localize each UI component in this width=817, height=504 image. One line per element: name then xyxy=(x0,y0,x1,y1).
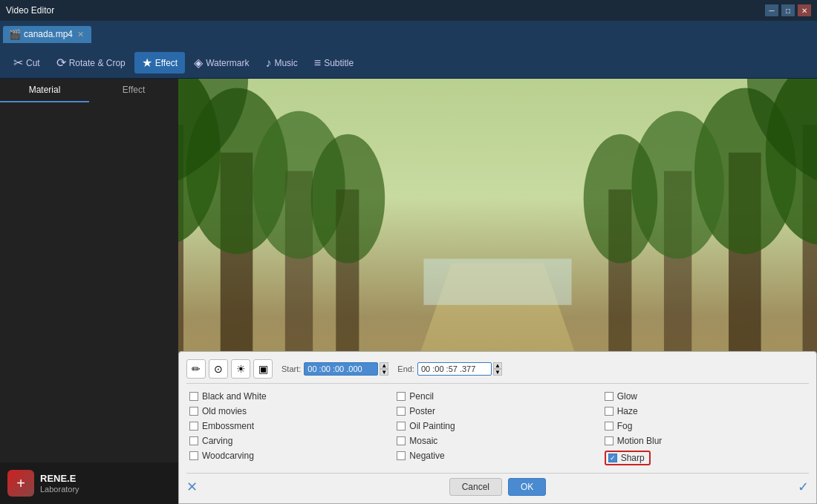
ep-x-icon[interactable]: ✕ xyxy=(186,479,198,495)
effect-sharp[interactable]: Sharp xyxy=(602,449,809,467)
effect-checkbox-embossment[interactable] xyxy=(189,422,198,431)
window-controls: ─ □ ✕ xyxy=(765,4,811,16)
ep-end-time-container: ▲ ▼ xyxy=(417,362,502,376)
logo-icon: + xyxy=(7,470,34,497)
effect-col-1: Black and White Old movies Embossment xyxy=(186,390,394,467)
toolbar-watermark[interactable]: ◈ Watermark xyxy=(186,52,256,73)
effect-checkbox-carving[interactable] xyxy=(189,436,198,445)
effect-black-white[interactable]: Black and White xyxy=(186,390,394,403)
toolbar-effect[interactable]: ★ Effect xyxy=(134,52,185,73)
effect-woodcarving[interactable]: Woodcarving xyxy=(186,449,394,462)
logo-name: RENE.E xyxy=(40,473,79,485)
sidebar-tab-effect[interactable]: Effect xyxy=(89,79,178,102)
close-button[interactable]: ✕ xyxy=(798,4,811,16)
effect-checkbox-pencil[interactable] xyxy=(397,392,406,401)
effect-haze[interactable]: Haze xyxy=(602,405,809,418)
toolbar-cut-label: Cut xyxy=(26,58,40,68)
maximize-button[interactable]: □ xyxy=(781,4,795,16)
ep-end-up[interactable]: ▲ xyxy=(493,362,502,369)
effect-label-carving: Carving xyxy=(202,436,232,446)
content-area: Material Effect + RENE.E Laboratory xyxy=(0,79,817,504)
effect-label-black-white: Black and White xyxy=(202,391,267,402)
effect-checkbox-old-movies[interactable] xyxy=(189,407,198,416)
effect-oil-painting[interactable]: Oil Painting xyxy=(394,419,601,433)
effect-checkbox-haze[interactable] xyxy=(605,407,613,416)
toolbar-subtitle[interactable]: ≡ Subtitle xyxy=(307,53,361,73)
effect-checkbox-mosaic[interactable] xyxy=(397,436,406,445)
effect-checkbox-oil-painting[interactable] xyxy=(397,422,406,431)
sidebar: Material Effect + RENE.E Laboratory xyxy=(0,79,178,504)
ep-brightness-btn[interactable]: ☀ xyxy=(231,359,250,379)
tab-canada[interactable]: 🎬 canada.mp4 ✕ xyxy=(3,26,91,43)
effect-fog[interactable]: Fog xyxy=(602,419,809,433)
ep-start-up[interactable]: ▲ xyxy=(380,362,388,369)
ep-end-down[interactable]: ▼ xyxy=(493,369,502,376)
cut-icon: ✂ xyxy=(13,56,23,70)
effect-checkbox-negative[interactable] xyxy=(397,451,406,460)
toolbar-subtitle-label: Subtitle xyxy=(324,58,354,68)
tab-icon: 🎬 xyxy=(9,29,21,40)
title-bar: Video Editor ─ □ ✕ xyxy=(0,0,817,21)
effect-label-oil-painting: Oil Painting xyxy=(409,421,455,431)
effect-embossment[interactable]: Embossment xyxy=(186,419,394,433)
toolbar-cut[interactable]: ✂ Cut xyxy=(6,52,48,73)
ok-button[interactable]: OK xyxy=(508,478,546,496)
rotate-icon: ⟳ xyxy=(56,56,66,70)
effect-label-woodcarving: Woodcarving xyxy=(202,451,254,461)
effect-checkbox-black-white[interactable] xyxy=(189,392,198,401)
effect-negative[interactable]: Negative xyxy=(394,449,601,462)
effect-carving[interactable]: Carving xyxy=(186,434,394,448)
sidebar-tabs: Material Effect xyxy=(0,79,178,102)
ep-crop-btn[interactable]: ▣ xyxy=(253,359,273,379)
ep-start-time-container: ▲ ▼ xyxy=(304,362,388,376)
app-title: Video Editor xyxy=(6,5,765,16)
effect-label-embossment: Embossment xyxy=(202,421,254,431)
effect-label-pencil: Pencil xyxy=(409,391,434,402)
effect-checkbox-glow[interactable] xyxy=(605,392,613,401)
ep-start-time-input[interactable] xyxy=(304,362,378,376)
ep-footer-left: ✕ xyxy=(186,479,198,495)
logo-section: + RENE.E Laboratory xyxy=(0,462,178,504)
minimize-button[interactable]: ─ xyxy=(765,4,778,16)
sidebar-tab-material[interactable]: Material xyxy=(0,79,89,102)
ep-check-icon[interactable]: ✓ xyxy=(798,479,809,495)
svg-rect-23 xyxy=(423,259,571,305)
effect-old-movies[interactable]: Old movies xyxy=(186,405,394,418)
toolbar: ✂ Cut ⟳ Rotate & Crop ★ Effect ◈ Waterma… xyxy=(0,48,817,79)
effect-sharp-highlighted[interactable]: Sharp xyxy=(605,451,651,465)
effect-panel-toolbar: ✏ ⊙ ☀ ▣ Start: ▲ ▼ xyxy=(186,359,809,384)
toolbar-music-label: Music xyxy=(274,58,297,68)
svg-point-17 xyxy=(584,134,658,264)
effect-checkbox-sharp[interactable] xyxy=(608,454,617,462)
app-window: Video Editor ─ □ ✕ 🎬 canada.mp4 ✕ ✂ Cut … xyxy=(0,0,817,504)
logo-subtitle: Laboratory xyxy=(40,485,79,494)
ep-end-time-section: End: ▲ ▼ xyxy=(397,362,502,376)
effect-col-2: Pencil Poster Oil Painting Mosaic xyxy=(394,390,601,467)
cancel-button[interactable]: Cancel xyxy=(449,478,502,496)
ep-circle-btn[interactable]: ⊙ xyxy=(209,359,228,379)
effect-glow[interactable]: Glow xyxy=(602,390,809,403)
effect-icon: ★ xyxy=(142,56,152,70)
ep-start-label: Start: xyxy=(281,364,301,373)
effect-label-sharp: Sharp xyxy=(621,453,645,463)
ep-pencil-btn[interactable]: ✏ xyxy=(186,359,206,379)
effect-checkbox-motion-blur[interactable] xyxy=(605,436,613,445)
toolbar-watermark-label: Watermark xyxy=(206,58,249,68)
effect-pencil[interactable]: Pencil xyxy=(394,390,601,403)
tab-close-button[interactable]: ✕ xyxy=(76,30,85,39)
effect-checkbox-poster[interactable] xyxy=(397,407,406,416)
toolbar-rotate[interactable]: ⟳ Rotate & Crop xyxy=(49,52,133,73)
ep-start-down[interactable]: ▼ xyxy=(380,369,388,376)
effect-mosaic[interactable]: Mosaic xyxy=(394,434,601,448)
effect-poster[interactable]: Poster xyxy=(394,405,601,418)
sidebar-content xyxy=(0,102,178,462)
ep-footer-right: Cancel OK xyxy=(449,478,547,496)
logo-text-container: RENE.E Laboratory xyxy=(40,473,79,494)
effect-checkbox-fog[interactable] xyxy=(605,422,613,431)
toolbar-music[interactable]: ♪ Music xyxy=(258,53,305,73)
effect-panel: ✏ ⊙ ☀ ▣ Start: ▲ ▼ xyxy=(178,351,817,504)
toolbar-effect-label: Effect xyxy=(155,58,178,68)
ep-end-time-input[interactable] xyxy=(417,362,492,376)
effect-motion-blur[interactable]: Motion Blur xyxy=(602,434,809,448)
effect-checkbox-woodcarving[interactable] xyxy=(189,451,198,460)
